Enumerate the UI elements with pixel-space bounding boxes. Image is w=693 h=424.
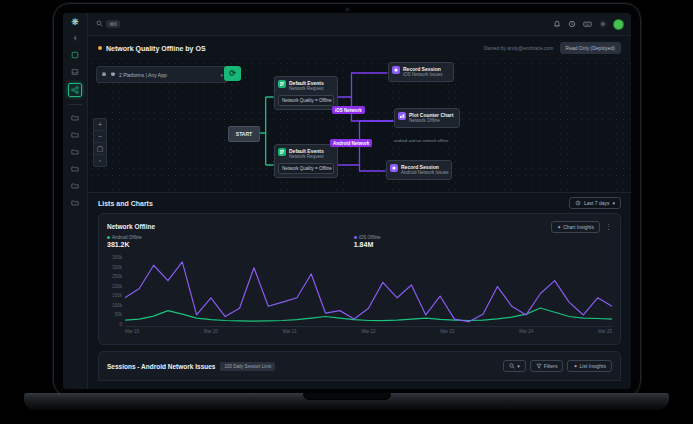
platform-filter-dropdown[interactable]: 2 Platforms | Any App ▾: [96, 66, 228, 83]
keyboard-icon[interactable]: [583, 20, 592, 28]
chart-menu-kebab-icon[interactable]: ⋮: [605, 223, 612, 231]
chart-insights-button[interactable]: ✦ Chart Insights: [551, 221, 600, 233]
legend-dot-android: [107, 236, 110, 239]
owned-by-text: Owned by andy@embrace.com: [483, 45, 553, 51]
history-clock-icon[interactable]: [568, 20, 576, 28]
event-icon: [278, 148, 286, 156]
record-session-icon: [392, 66, 400, 74]
chart-icon: [398, 112, 406, 120]
event-icon: [278, 80, 286, 88]
list-insights-button[interactable]: ✦ List Insights: [567, 360, 612, 372]
legend-ios[interactable]: iOS Offline 1.84M: [354, 235, 381, 248]
flow-canvas[interactable]: 2 Platforms | Any App ▾ ⟳ + − ▢ ◦ START: [88, 60, 631, 193]
node-subtitle: Android Network Issues: [401, 170, 449, 176]
topbar: ⌘K: [88, 13, 631, 36]
date-range-dropdown[interactable]: Last 7 days ▾: [569, 197, 621, 209]
webcam-dot: [346, 8, 349, 11]
node-subtitle: Network Request: [289, 86, 324, 92]
sparkle-icon: ✦: [573, 363, 577, 369]
lightning-icon[interactable]: [69, 32, 81, 44]
list-search-dropdown[interactable]: ▾: [503, 360, 526, 372]
laptop-screen: ❋: [53, 3, 641, 397]
laptop-notch: [303, 393, 391, 400]
laptop-mockup: ❋: [0, 0, 693, 424]
node-subtitle: Network Offline: [409, 118, 453, 124]
clock-icon: [575, 200, 581, 206]
sparkle-icon: ✦: [557, 224, 561, 230]
legend-android[interactable]: Android Offline 381.2K: [107, 235, 142, 248]
x-axis-labels: Mar 19Mar 20Mar 21Mar 22Mar 23Mar 24Mar …: [125, 327, 612, 334]
sidebar: ❋: [63, 13, 88, 389]
topbar-actions: [553, 20, 623, 29]
canvas-zoom-controls: + − ▢ ◦: [93, 118, 107, 167]
network-offline-chart-card: Network Offline ✦ Chart Insights ⋮: [98, 213, 621, 345]
node-note: android and ios network offline: [394, 138, 448, 143]
node-condition-chip: Network Quality = Offline: [278, 95, 334, 106]
filter-icon: [536, 363, 542, 369]
android-icon: [101, 71, 107, 78]
folder-icon[interactable]: [69, 163, 81, 175]
y-axis-labels: 350k300k250k200k150k100k50k0: [107, 255, 125, 327]
node-plot-counter-chart[interactable]: Plot Counter Chart Network Offline: [394, 108, 460, 128]
app-window: ❋: [63, 13, 631, 389]
chevron-down-icon: ▾: [220, 72, 223, 78]
sidebar-item-flows-active[interactable]: [68, 83, 82, 97]
folder-icon[interactable]: [69, 197, 81, 209]
edge-label-ios-network: iOS Network: [332, 106, 365, 114]
sessions-list-card: Sessions - Android Network Issues 100 Da…: [98, 351, 621, 381]
apps-icon[interactable]: [69, 49, 81, 61]
date-range-label: Last 7 days: [584, 200, 610, 206]
node-default-events-top[interactable]: Default Events Network Request Network Q…: [274, 76, 338, 110]
node-subtitle: iOS Network Issues: [403, 72, 443, 78]
start-node[interactable]: START: [228, 126, 260, 142]
node-record-session-android[interactable]: Record Session Android Network Issues: [386, 160, 452, 180]
legend-value-android: 381.2K: [107, 241, 142, 248]
chevron-down-icon: ▾: [612, 200, 615, 206]
node-record-session-ios[interactable]: Record Session iOS Network Issues: [388, 62, 454, 82]
zoom-in-button[interactable]: +: [94, 119, 106, 131]
sessions-title: Sessions - Android Network Issues: [107, 363, 215, 370]
folder-icon[interactable]: [69, 146, 81, 158]
page-header: Network Quality Offline by OS Owned by a…: [88, 36, 631, 60]
legend-dot-ios: [354, 236, 357, 239]
filters-button[interactable]: Filters: [530, 360, 564, 372]
chevron-down-icon: ▾: [517, 363, 520, 369]
folder-icon[interactable]: [69, 180, 81, 192]
record-session-icon: [390, 164, 398, 172]
user-avatar[interactable]: [614, 20, 623, 29]
chart-legend: Android Offline 381.2K iOS Offline 1.84M: [107, 235, 612, 255]
node-subtitle: Network Request: [289, 154, 324, 160]
node-condition-chip: Network Quality = Offline: [278, 163, 334, 174]
page-title: Network Quality Offline by OS: [106, 45, 206, 52]
app-logo-icon[interactable]: ❋: [71, 17, 79, 27]
settings-gear-icon[interactable]: [599, 20, 607, 28]
search-icon: [96, 20, 103, 28]
folder-icon[interactable]: [69, 129, 81, 141]
legend-value-ios: 1.84M: [354, 241, 381, 248]
readonly-deployed-button[interactable]: Read Only (Deployed): [560, 42, 621, 54]
global-search-input[interactable]: ⌘K: [96, 20, 120, 28]
refresh-button[interactable]: ⟳: [224, 66, 241, 81]
zoom-out-button[interactable]: −: [94, 131, 106, 143]
search-icon: [509, 363, 515, 369]
edge-label-android-network: Android Network: [330, 139, 372, 147]
folder-icon[interactable]: [69, 112, 81, 124]
laptop-base: [24, 393, 669, 410]
chart-title: Network Offline: [107, 223, 155, 230]
search-shortcut: ⌘K: [106, 20, 120, 28]
fit-view-button[interactable]: ▢: [94, 143, 106, 155]
session-limit-badge: 100 Daily Session Limit: [220, 362, 275, 371]
platform-filter-label: 2 Platforms | Any App: [119, 72, 167, 78]
line-chart-plot[interactable]: [125, 255, 612, 327]
lists-charts-header: Lists and Charts Last 7 days ▾: [88, 193, 631, 213]
node-default-events-bottom[interactable]: Default Events Network Request Network Q…: [274, 144, 338, 178]
sidebar-divider: [68, 104, 82, 105]
main-area: ⌘K: [88, 13, 631, 389]
inbox-icon[interactable]: [69, 66, 81, 78]
section-title: Lists and Charts: [98, 200, 153, 207]
status-dot: [98, 46, 102, 50]
notifications-bell-icon[interactable]: [553, 20, 561, 28]
lock-button[interactable]: ◦: [94, 155, 106, 166]
apple-icon: [110, 71, 116, 78]
